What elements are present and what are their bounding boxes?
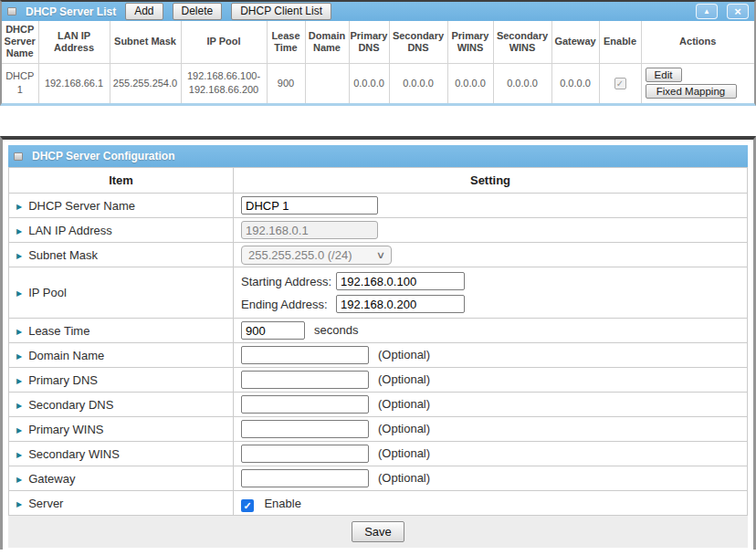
column-header: Gateway — [551, 21, 599, 63]
row-arrow-icon: ▶ — [16, 289, 22, 298]
config-row-server-name: ▶DHCP Server Name — [9, 194, 748, 218]
starting-address-label: Starting Address: — [241, 275, 336, 288]
optional-label: (Optional) — [378, 446, 430, 460]
column-header: Subnet Mask — [110, 21, 181, 63]
config-row-lan-ip: ▶LAN IP Address — [9, 218, 748, 243]
config-row-lease-time: ▶Lease Time seconds — [9, 319, 748, 343]
column-header: Enable — [599, 21, 641, 63]
field-label: Subnet Mask — [28, 248, 98, 262]
server-enable-label: Enable — [264, 497, 300, 510]
optional-label: (Optional) — [378, 422, 430, 435]
config-row-gateway: ▶Gateway (Optional) — [9, 466, 748, 491]
save-bar: Save — [8, 516, 748, 548]
column-header: Primary DNS — [349, 21, 389, 63]
config-row-subnet-mask: ▶Subnet Mask 255.255.255.0 (/24) ∨ — [9, 243, 748, 267]
row-arrow-icon: ▶ — [16, 328, 22, 336]
column-header: Actions — [641, 21, 754, 63]
fixed-mapping-button[interactable]: Fixed Mapping — [646, 84, 737, 99]
server-enable-checkbox[interactable]: ✓ — [241, 499, 254, 512]
row-arrow-icon: ▶ — [16, 476, 22, 484]
config-header-row: Item Setting — [9, 168, 748, 194]
item-column-header: Item — [9, 168, 234, 194]
column-header: Domain Name — [305, 21, 349, 63]
optional-label: (Optional) — [378, 372, 430, 386]
cell-enable: ✓ — [599, 63, 641, 103]
column-header: IP Pool — [181, 21, 267, 63]
field-label: Secondary DNS — [28, 398, 113, 412]
server-list-header-row: DHCP Server Name LAN IP Address Subnet M… — [2, 21, 754, 63]
field-label: Primary WINS — [28, 423, 103, 436]
column-header: LAN IP Address — [38, 21, 110, 63]
panel-bullet-icon — [7, 7, 16, 16]
config-row-primary-wins: ▶Primary WINS (Optional) — [9, 417, 748, 442]
close-button[interactable]: × — [727, 4, 749, 19]
row-arrow-icon: ▶ — [16, 500, 22, 508]
collapse-icon: ▲ — [703, 8, 710, 16]
row-arrow-icon: ▶ — [16, 252, 22, 260]
close-icon: × — [734, 5, 741, 17]
field-label: LAN IP Address — [28, 224, 112, 237]
optional-label: (Optional) — [378, 471, 430, 485]
row-arrow-icon: ▶ — [16, 227, 22, 236]
cell-ip-pool: 192.168.66.100-192.168.66.200 — [181, 63, 267, 103]
setting-column-header: Setting — [234, 168, 748, 194]
ip-pool-start-input[interactable] — [336, 272, 465, 290]
cell-actions: Edit Fixed Mapping — [641, 63, 754, 103]
optional-label: (Optional) — [378, 348, 430, 361]
config-row-secondary-wins: ▶Secondary WINS (Optional) — [9, 442, 748, 466]
primary-dns-input[interactable] — [241, 371, 369, 389]
cell-subnet-mask: 255.255.254.0 — [110, 63, 181, 103]
config-row-server: ▶Server ✓ Enable — [9, 491, 748, 516]
row-arrow-icon: ▶ — [16, 402, 22, 410]
column-header: Secondary WINS — [493, 21, 551, 63]
lease-time-input[interactable] — [241, 321, 305, 340]
config-row-ip-pool: ▶IP Pool Starting Address: Ending Addres… — [9, 267, 748, 319]
collapse-button[interactable]: ▲ — [696, 4, 718, 19]
lease-time-suffix: seconds — [314, 323, 358, 337]
add-button[interactable]: Add — [125, 3, 163, 20]
cell-primary-wins: 0.0.0.0 — [447, 63, 493, 103]
edit-button[interactable]: Edit — [646, 68, 682, 82]
row-arrow-icon: ▶ — [16, 377, 22, 385]
subnet-mask-select: 255.255.255.0 (/24) ∨ — [241, 246, 392, 265]
panel-bullet-icon — [14, 152, 23, 161]
column-header: Primary WINS — [447, 21, 493, 63]
enable-checkbox: ✓ — [614, 78, 626, 89]
cell-secondary-wins: 0.0.0.0 — [493, 63, 551, 103]
field-label: DHCP Server Name — [28, 199, 135, 213]
config-row-domain-name: ▶Domain Name (Optional) — [9, 343, 748, 368]
primary-wins-input[interactable] — [241, 420, 369, 438]
cell-secondary-dns: 0.0.0.0 — [389, 63, 447, 103]
dhcp-server-name-input[interactable] — [241, 196, 378, 215]
dhcp-client-list-button[interactable]: DHCP Client List — [231, 3, 331, 20]
save-button[interactable]: Save — [352, 521, 404, 542]
field-label: IP Pool — [28, 286, 67, 299]
ending-address-label: Ending Address: — [241, 298, 336, 311]
secondary-wins-input[interactable] — [241, 445, 369, 463]
server-list-row: DHCP 1 192.168.66.1 255.255.254.0 192.16… — [2, 63, 754, 103]
gateway-input[interactable] — [241, 469, 369, 487]
row-arrow-icon: ▶ — [16, 352, 22, 361]
dhcp-server-configuration-panel: DHCP Server Configuration Item Setting ▶… — [0, 136, 756, 550]
row-arrow-icon: ▶ — [16, 203, 22, 211]
list-title: DHCP Server List — [26, 5, 116, 18]
field-label: Gateway — [28, 472, 75, 486]
config-table: Item Setting ▶DHCP Server Name ▶LAN IP A… — [8, 167, 748, 516]
lan-ip-input — [241, 221, 378, 239]
cell-domain-name — [305, 63, 349, 103]
delete-button[interactable]: Delete — [173, 3, 223, 20]
config-title: DHCP Server Configuration — [32, 150, 174, 162]
config-row-secondary-dns: ▶Secondary DNS (Optional) — [9, 393, 748, 417]
config-row-primary-dns: ▶Primary DNS (Optional) — [9, 368, 748, 393]
check-icon: ✓ — [243, 500, 251, 511]
row-arrow-icon: ▶ — [16, 451, 22, 459]
cell-gateway: 0.0.0.0 — [551, 63, 599, 103]
domain-name-input[interactable] — [241, 346, 369, 364]
cell-primary-dns: 0.0.0.0 — [349, 63, 389, 103]
field-label: Domain Name — [28, 349, 104, 362]
field-label: Server — [28, 497, 63, 510]
config-title-bar: DHCP Server Configuration — [8, 145, 748, 167]
optional-label: (Optional) — [378, 397, 430, 411]
secondary-dns-input[interactable] — [241, 395, 369, 414]
ip-pool-end-input[interactable] — [336, 295, 465, 313]
